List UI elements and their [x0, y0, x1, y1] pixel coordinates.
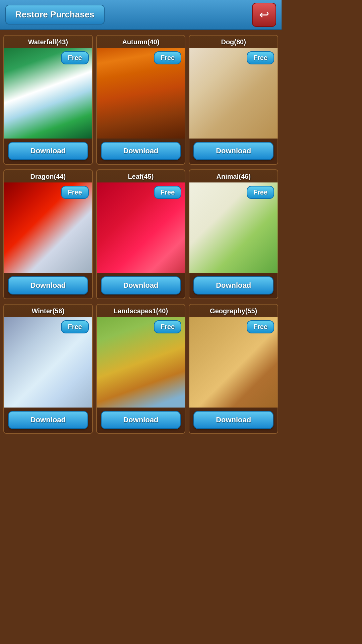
free-badge-animal: Free [247, 186, 274, 199]
download-button-animal[interactable]: Download [193, 276, 274, 294]
card-title-landscapes: Landscapes1(40) [97, 305, 185, 317]
back-icon: ↩ [259, 8, 269, 22]
card-waterfall: Waterfall(43)FreeDownload [3, 35, 93, 165]
download-button-dog[interactable]: Download [193, 142, 274, 160]
card-autumn: Autumn(40)FreeDownload [96, 35, 186, 165]
card-dog: Dog(80)FreeDownload [189, 35, 278, 165]
card-title-geography: Geography(55) [189, 305, 278, 317]
card-image-wrapper-leaf: Free [97, 182, 185, 273]
free-badge-geography: Free [247, 320, 274, 333]
card-title-animal: Animal(46) [189, 170, 278, 182]
free-badge-dragon: Free [61, 186, 88, 199]
card-image-wrapper-autumn: Free [97, 48, 185, 139]
card-image-wrapper-winter: Free [4, 317, 92, 408]
download-button-waterfall[interactable]: Download [8, 142, 88, 160]
header: Restore Purchases ↩ [0, 0, 282, 30]
card-image-wrapper-geography: Free [189, 317, 278, 408]
free-badge-autumn: Free [154, 51, 181, 64]
free-badge-dog: Free [247, 51, 274, 64]
restore-purchases-button[interactable]: Restore Purchases [5, 5, 105, 24]
grid-row-1: Dragon(44)FreeDownloadLeaf(45)FreeDownlo… [3, 169, 278, 299]
card-dragon: Dragon(44)FreeDownload [3, 169, 93, 299]
card-animal: Animal(46)FreeDownload [189, 169, 278, 299]
download-button-dragon[interactable]: Download [8, 276, 88, 294]
back-button[interactable]: ↩ [252, 3, 276, 27]
card-title-winter: Winter(56) [4, 305, 92, 317]
download-button-autumn[interactable]: Download [101, 142, 181, 160]
card-image-wrapper-animal: Free [189, 182, 278, 273]
card-geography: Geography(55)FreeDownload [189, 304, 278, 434]
free-badge-landscapes: Free [154, 320, 181, 333]
card-image-wrapper-landscapes: Free [97, 317, 185, 408]
card-leaf: Leaf(45)FreeDownload [96, 169, 186, 299]
card-landscapes: Landscapes1(40)FreeDownload [96, 304, 186, 434]
download-button-leaf[interactable]: Download [101, 276, 181, 294]
card-image-wrapper-dragon: Free [4, 182, 92, 273]
card-image-wrapper-dog: Free [189, 48, 278, 139]
card-title-leaf: Leaf(45) [97, 170, 185, 182]
card-title-autumn: Autumn(40) [97, 36, 185, 48]
download-button-geography[interactable]: Download [193, 411, 274, 429]
card-title-waterfall: Waterfall(43) [4, 36, 92, 48]
card-image-wrapper-waterfall: Free [4, 48, 92, 139]
card-title-dog: Dog(80) [189, 36, 278, 48]
grid-row-2: Winter(56)FreeDownloadLandscapes1(40)Fre… [3, 304, 278, 434]
grid-row-0: Waterfall(43)FreeDownloadAutumn(40)FreeD… [3, 35, 278, 165]
free-badge-leaf: Free [154, 186, 181, 199]
free-badge-winter: Free [61, 320, 88, 333]
category-grid: Waterfall(43)FreeDownloadAutumn(40)FreeD… [0, 30, 282, 438]
download-button-winter[interactable]: Download [8, 411, 88, 429]
free-badge-waterfall: Free [61, 51, 88, 64]
card-winter: Winter(56)FreeDownload [3, 304, 93, 434]
download-button-landscapes[interactable]: Download [101, 411, 181, 429]
card-title-dragon: Dragon(44) [4, 170, 92, 182]
